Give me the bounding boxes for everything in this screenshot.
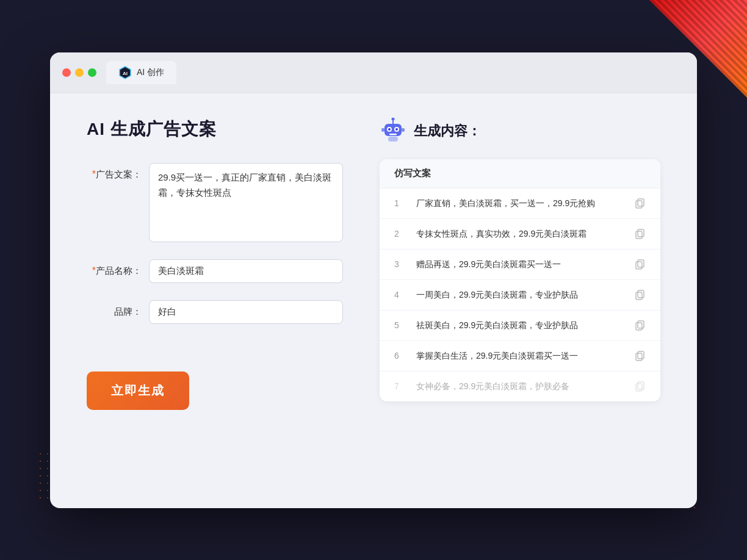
svg-rect-12: [388, 137, 398, 142]
right-panel: 生成内容： 仿写文案 1厂家直销，美白淡斑霜，买一送一，29.9元抢购 2专抹女…: [380, 118, 660, 484]
result-text: 厂家直销，美白淡斑霜，买一送一，29.9元抢购: [416, 197, 624, 210]
svg-rect-15: [636, 231, 642, 239]
copy-icon[interactable]: [633, 228, 646, 240]
brand-label: 品牌：: [87, 300, 142, 318]
result-text: 祛斑美白，29.9元美白淡斑霜，专业护肤品: [416, 319, 624, 332]
svg-rect-9: [389, 134, 397, 135]
product-name-group: *产品名称：: [87, 259, 343, 283]
table-row: 4一周美白，29.9元美白淡斑霜，专业护肤品: [380, 280, 660, 311]
svg-rect-10: [381, 128, 384, 132]
svg-rect-22: [638, 321, 644, 328]
table-row: 2专抹女性斑点，真实功效，29.9元美白淡斑霜: [380, 219, 660, 249]
brand-group: 品牌：: [87, 300, 343, 324]
title-bar: AI AI 创作: [50, 52, 697, 93]
copy-icon[interactable]: [633, 350, 646, 362]
traffic-lights: [62, 68, 96, 77]
close-button[interactable]: [62, 68, 71, 77]
svg-rect-25: [636, 384, 642, 391]
ai-logo-icon: AI: [118, 66, 132, 79]
copy-icon[interactable]: [633, 380, 646, 392]
svg-rect-24: [638, 351, 644, 359]
tab-ai-creation[interactable]: AI AI 创作: [106, 61, 176, 84]
svg-rect-23: [636, 353, 642, 361]
generate-button[interactable]: 立即生成: [87, 372, 189, 410]
table-row: 7女神必备，29.9元美白淡斑霜，护肤必备: [380, 372, 660, 401]
svg-rect-14: [638, 199, 644, 206]
ad-copy-group: *广告文案：: [87, 163, 343, 242]
result-number: 3: [394, 259, 406, 269]
table-row: 6掌握美白生活，29.9元美白淡斑霜买一送一: [380, 341, 660, 372]
copy-icon[interactable]: [633, 197, 646, 209]
svg-point-3: [392, 118, 395, 121]
result-number: 4: [394, 290, 406, 300]
ad-copy-input[interactable]: [149, 163, 343, 242]
svg-point-7: [388, 128, 391, 131]
right-title: 生成内容：: [414, 122, 481, 140]
page-title: AI 生成广告文案: [87, 118, 343, 141]
results-header: 仿写文案: [380, 159, 660, 188]
svg-rect-20: [638, 290, 644, 298]
result-text: 一周美白，29.9元美白淡斑霜，专业护肤品: [416, 289, 624, 301]
product-name-label: *产品名称：: [87, 259, 142, 277]
table-row: 5祛斑美白，29.9元美白淡斑霜，专业护肤品: [380, 311, 660, 341]
result-number: 1: [394, 198, 406, 208]
result-number: 2: [394, 229, 406, 239]
svg-point-8: [395, 128, 398, 131]
product-name-input[interactable]: [149, 259, 343, 283]
results-list: 1厂家直销，美白淡斑霜，买一送一，29.9元抢购 2专抹女性斑点，真实功效，29…: [380, 188, 660, 401]
left-panel: AI 生成广告文案 *广告文案： *产品名称： 品牌： 立即生成: [87, 118, 343, 484]
tab-label: AI 创作: [137, 67, 164, 78]
ad-copy-label: *广告文案：: [87, 163, 142, 181]
robot-icon: [380, 118, 406, 145]
browser-window: AI AI 创作 AI 生成广告文案 *广告文案： *产品名称：: [50, 52, 697, 508]
svg-rect-26: [638, 382, 644, 389]
minimize-button[interactable]: [75, 68, 84, 77]
result-number: 5: [394, 320, 406, 330]
result-text: 掌握美白生活，29.9元美白淡斑霜买一送一: [416, 350, 624, 362]
copy-icon[interactable]: [633, 258, 646, 270]
result-text: 女神必备，29.9元美白淡斑霜，护肤必备: [416, 380, 624, 393]
main-content: AI 生成广告文案 *广告文案： *产品名称： 品牌： 立即生成: [50, 93, 697, 508]
svg-text:AI: AI: [123, 70, 128, 76]
maximize-button[interactable]: [88, 68, 96, 77]
svg-rect-11: [402, 128, 405, 132]
svg-rect-13: [636, 201, 642, 208]
table-row: 3赠品再送，29.9元美白淡斑霜买一送一: [380, 249, 660, 280]
results-container: 仿写文案 1厂家直销，美白淡斑霜，买一送一，29.9元抢购 2专抹女性斑点，真实…: [380, 159, 660, 401]
result-text: 赠品再送，29.9元美白淡斑霜买一送一: [416, 258, 624, 271]
svg-rect-18: [638, 260, 644, 267]
result-number: 6: [394, 351, 406, 361]
svg-rect-16: [638, 229, 644, 237]
result-number: 7: [394, 381, 406, 391]
copy-icon[interactable]: [633, 319, 646, 331]
table-row: 1厂家直销，美白淡斑霜，买一送一，29.9元抢购: [380, 188, 660, 219]
right-header: 生成内容：: [380, 118, 660, 145]
svg-rect-17: [636, 262, 642, 269]
svg-rect-21: [636, 323, 642, 330]
copy-icon[interactable]: [633, 289, 646, 301]
result-text: 专抹女性斑点，真实功效，29.9元美白淡斑霜: [416, 228, 624, 240]
brand-input[interactable]: [149, 300, 343, 324]
svg-rect-19: [636, 292, 642, 300]
